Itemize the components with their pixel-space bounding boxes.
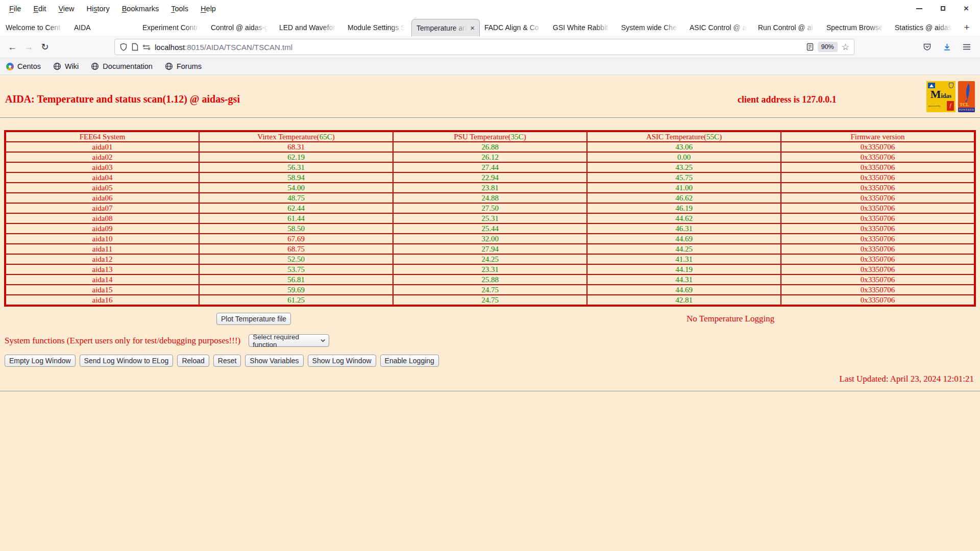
url-bar[interactable]: localhost:8015/AIDA/TSCAN/TSCAN.tml 90% …	[114, 39, 854, 55]
cell-asic-temp: 44.69	[587, 285, 781, 295]
new-tab-button[interactable]: +	[959, 19, 975, 36]
cell-asic-temp: 44.31	[587, 274, 781, 285]
tab-label: GSI White Rabbit	[553, 23, 612, 32]
client-address: client address is 127.0.0.1	[738, 94, 837, 105]
connection-icon	[142, 44, 151, 51]
bookmark-item-documentation[interactable]: Documentation	[91, 62, 153, 70]
send-log-window-to-elog-button[interactable]: Send Log Window to ELog	[80, 355, 174, 367]
bookmark-item-centos[interactable]: Centos	[6, 62, 41, 70]
menubar-item-history[interactable]: History	[81, 3, 116, 14]
bookmark-star-icon[interactable]: ☆	[842, 42, 849, 53]
cell-asic-temp: 46.19	[587, 203, 781, 213]
menu-bar: FileEditViewHistoryBookmarksToolsHelp ×	[0, 0, 980, 17]
tab-13[interactable]: Spectrum Browse	[822, 19, 890, 36]
table-row-aida06: aida0648.7524.8846.620x3350706	[5, 193, 975, 203]
hamburger-menu-icon[interactable]	[963, 43, 971, 51]
cell-system: aida02	[5, 152, 199, 162]
cell-asic-temp: 46.62	[587, 193, 781, 203]
reader-mode-icon[interactable]	[806, 43, 814, 51]
tab-14[interactable]: Statistics @ aidas	[890, 19, 959, 36]
bookmarks-bar: Centos Wiki Documentation Forums	[0, 58, 980, 75]
menubar-item-tools[interactable]: Tools	[165, 3, 194, 14]
menubar-item-file[interactable]: File	[3, 3, 27, 14]
forward-button[interactable]: →	[20, 39, 37, 55]
bookmark-item-wiki[interactable]: Wiki	[53, 62, 79, 70]
plot-row: Plot Temperature file No Temperature Log…	[0, 313, 980, 326]
show-variables-button[interactable]: Show Variables	[245, 355, 303, 367]
cell-firmware: 0x3350706	[781, 285, 975, 295]
tcl-powered-logo: TCL POWERED	[958, 81, 975, 112]
plot-temperature-file-button[interactable]: Plot Temperature file	[216, 313, 291, 325]
header-fee64-system: FEE64 System	[5, 131, 199, 142]
pocket-icon[interactable]	[923, 43, 932, 51]
menubar-item-view[interactable]: View	[52, 3, 80, 14]
tab-10[interactable]: System wide Che	[617, 19, 685, 36]
table-row-aida11: aida1168.7527.9444.250x3350706	[5, 244, 975, 254]
menubar-item-edit[interactable]: Edit	[27, 3, 52, 14]
temperature-table: FEE64 System Virtex Temperature(65C) PSU…	[4, 130, 976, 307]
tab-5[interactable]: LED and Wavefor	[275, 19, 343, 36]
tab-close-icon[interactable]: ×	[470, 23, 475, 32]
cell-system: aida06	[5, 193, 199, 203]
reload-button[interactable]: Reload	[177, 355, 209, 367]
maximize-icon[interactable]	[941, 6, 945, 11]
globe-icon	[165, 62, 173, 70]
back-button[interactable]: ←	[4, 39, 20, 55]
cell-asic-temp: 0.00	[587, 152, 781, 162]
table-row-aida04: aida0458.9422.9445.750x3350706	[5, 172, 975, 183]
log-buttons-row: Empty Log WindowSend Log Window to ELogR…	[5, 355, 980, 367]
footer-divider	[0, 391, 980, 391]
tab-3[interactable]: Experiment Contr	[138, 19, 206, 36]
page-title: AIDA: Temperature and status scan(1.12) …	[5, 93, 240, 105]
cell-virtex-temp: 54.00	[199, 183, 393, 193]
tab-4[interactable]: Control @ aidas-g	[206, 19, 275, 36]
centos-icon	[5, 61, 15, 71]
url-text[interactable]: localhost:8015/AIDA/TSCAN/TSCAN.tml	[155, 43, 802, 52]
cell-psu-temp: 24.25	[393, 254, 587, 264]
tab-2[interactable]: AIDA	[69, 19, 138, 36]
zoom-level-button[interactable]: 90%	[818, 42, 838, 52]
empty-log-window-button[interactable]: Empty Log Window	[5, 355, 76, 367]
tab-6[interactable]: Module Settings S	[343, 19, 411, 36]
logging-status-text: No Temperature Logging	[687, 314, 774, 324]
cell-system: aida15	[5, 285, 199, 295]
cell-asic-temp: 41.00	[587, 183, 781, 193]
tab-9[interactable]: GSI White Rabbit	[548, 19, 617, 36]
downloads-icon[interactable]	[943, 43, 951, 52]
table-header-row: FEE64 System Virtex Temperature(65C) PSU…	[5, 131, 975, 142]
cell-asic-temp: 46.31	[587, 223, 781, 234]
tab-1[interactable]: Welcome to Cent	[1, 19, 69, 36]
menu-items: FileEditViewHistoryBookmarksToolsHelp	[3, 3, 222, 14]
header-divider	[0, 117, 980, 118]
reset-button[interactable]: Reset	[213, 355, 241, 367]
shield-icon[interactable]	[119, 43, 128, 51]
show-log-window-button[interactable]: Show Log Window	[308, 355, 376, 367]
cell-virtex-temp: 67.69	[199, 234, 393, 244]
bookmark-item-forums[interactable]: Forums	[165, 62, 202, 70]
reload-button[interactable]: ↻	[37, 39, 53, 55]
tab-7[interactable]: Temperature an×	[411, 19, 480, 36]
enable-logging-button[interactable]: Enable Logging	[380, 355, 439, 367]
cell-virtex-temp: 61.44	[199, 213, 393, 223]
tab-8[interactable]: FADC Align & Co	[480, 19, 548, 36]
function-select-dropdown[interactable]: Select required function	[249, 334, 329, 347]
tab-label: Statistics @ aidas	[895, 23, 954, 32]
menubar-item-bookmarks[interactable]: Bookmarks	[116, 3, 165, 14]
bookmark-label: Wiki	[65, 62, 79, 70]
page-info-icon[interactable]	[132, 43, 138, 51]
tab-label: Spectrum Browse	[826, 23, 886, 32]
minimize-icon[interactable]	[916, 8, 922, 9]
tab-label: Module Settings S	[348, 23, 407, 32]
cell-asic-temp: 44.25	[587, 244, 781, 254]
tab-12[interactable]: Run Control @ ai	[753, 19, 822, 36]
menubar-item-help[interactable]: Help	[194, 3, 222, 14]
bookmark-items: Centos Wiki Documentation Forums	[6, 62, 202, 70]
cell-psu-temp: 24.75	[393, 285, 587, 295]
cell-system: aida10	[5, 234, 199, 244]
header-asic-temperature: ASIC Temperature(55C)	[587, 131, 781, 142]
tab-label: LED and Wavefor	[279, 23, 338, 32]
tab-11[interactable]: ASIC Control @ a	[685, 19, 753, 36]
close-icon[interactable]: ×	[964, 6, 969, 11]
cell-system: aida16	[5, 295, 199, 306]
last-updated-text: Last Updated: April 23, 2024 12:01:21	[0, 374, 974, 384]
